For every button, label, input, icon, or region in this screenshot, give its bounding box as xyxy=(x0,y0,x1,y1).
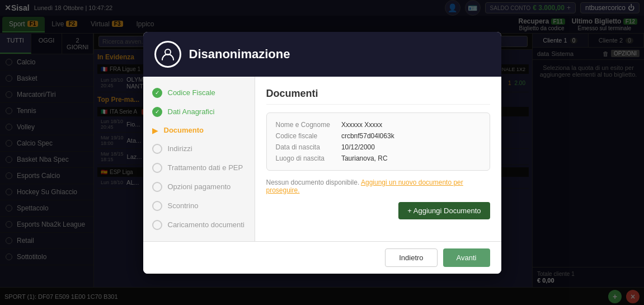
step-check-empty xyxy=(152,182,162,192)
nome-label: Nome e Cognome xyxy=(276,121,330,129)
codice-label: Codice fiscale xyxy=(276,132,330,140)
step-label: Caricamento documenti xyxy=(168,220,245,229)
step-label: Trattamento dati e PEP xyxy=(168,163,243,172)
nome-value: Xxxxxx Xxxxx xyxy=(341,121,481,129)
step-opzioni-pagamento[interactable]: Opzioni pagamento xyxy=(152,182,246,192)
next-button[interactable]: Avanti xyxy=(443,248,490,267)
step-codice-fiscale[interactable]: ✓ Codice Fiscale xyxy=(152,88,246,98)
step-indirizzi[interactable]: Indirizzi xyxy=(152,144,246,154)
step-label: Opzioni pagamento xyxy=(168,182,231,191)
add-document-button[interactable]: + Aggiungi Documento xyxy=(398,202,490,219)
back-button[interactable]: Indietro xyxy=(385,248,437,267)
step-check-empty xyxy=(152,144,162,154)
no-doc-message: Nessun documento disponibile. Aggiungi u… xyxy=(266,179,490,194)
step-check-empty xyxy=(152,220,162,230)
modal-header-icon xyxy=(154,41,181,68)
data-value: 10/12/2000 xyxy=(341,143,481,151)
luogo-label: Luogo di nascita xyxy=(276,154,330,162)
info-card: Nome e Cognome Xxxxxx Xxxxx Codice fisca… xyxy=(266,112,490,171)
step-dati-anagrafici[interactable]: ✓ Dati Anagrafici xyxy=(152,107,246,117)
modal-section-title: Documenti xyxy=(266,88,490,105)
modal-content-area: Documenti Nome e Cognome Xxxxxx Xxxxx Co… xyxy=(255,77,501,241)
step-label: Dati Anagrafici xyxy=(168,107,215,116)
data-label: Data di nascita xyxy=(276,143,330,151)
modal-overlay: Disanonimazione ✓ Codice Fiscale ✓ Dati … xyxy=(0,0,644,305)
step-check-done: ✓ xyxy=(152,107,162,117)
step-scontrino[interactable]: Scontrino xyxy=(152,201,246,211)
step-label: Documento xyxy=(164,126,204,134)
codice-value: crcbnf57d04l063k xyxy=(341,132,481,140)
step-label: Codice Fiscale xyxy=(168,88,215,97)
step-check-done: ✓ xyxy=(152,88,162,98)
step-caricamento-doc[interactable]: Caricamento documenti xyxy=(152,220,246,230)
step-arrow-icon: ▶ xyxy=(152,126,158,135)
modal-body: ✓ Codice Fiscale ✓ Dati Anagrafici ▶ Doc… xyxy=(143,77,501,241)
step-check-empty xyxy=(152,201,162,211)
step-trattamento[interactable]: Trattamento dati e PEP xyxy=(152,163,246,173)
modal-footer: Indietro Avanti xyxy=(143,241,501,274)
modal-title: Disanonimazione xyxy=(189,47,290,62)
step-label: Indirizzi xyxy=(168,144,192,153)
step-documento[interactable]: ▶ Documento xyxy=(152,126,246,135)
luogo-value: Taurianova, RC xyxy=(341,154,481,162)
step-label: Scontrino xyxy=(168,201,199,210)
modal-steps: ✓ Codice Fiscale ✓ Dati Anagrafici ▶ Doc… xyxy=(143,77,255,241)
modal-header: Disanonimazione xyxy=(143,32,501,77)
disanonimazione-modal: Disanonimazione ✓ Codice Fiscale ✓ Dati … xyxy=(143,32,501,274)
step-check-empty xyxy=(152,163,162,173)
